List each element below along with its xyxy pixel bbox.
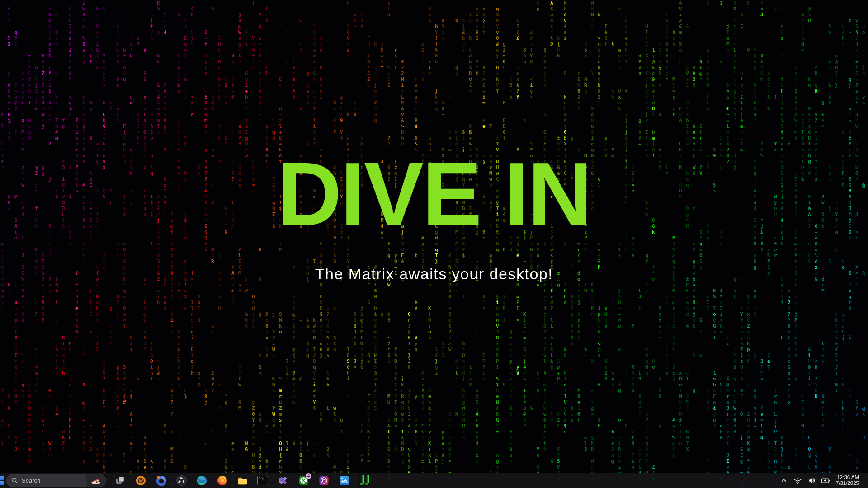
wifi-icon <box>793 476 802 485</box>
taskbar-app-matrix-wallpaper[interactable]: MATRIX <box>359 474 370 486</box>
taskbar-app-wallpaper-engine[interactable] <box>338 474 350 486</box>
terminal-prompt-text: C:\_ <box>259 477 265 480</box>
taskbar-app-blue-swirl[interactable] <box>155 474 167 486</box>
start-button-partial[interactable] <box>0 476 4 485</box>
taskbar-app-firefox[interactable] <box>216 474 228 486</box>
taskbar-left-section: Search <box>0 473 370 488</box>
battery-charging-icon <box>821 476 830 485</box>
file-explorer-icon <box>237 475 248 486</box>
desktop: { "wallpaper": { "title": "DIVE IN", "su… <box>0 0 868 488</box>
matrix-app-label: MATRIX <box>359 483 370 485</box>
wifi-button[interactable] <box>793 474 803 486</box>
voice-headset-app-icon <box>318 475 330 486</box>
notification-badge: 4 <box>306 473 311 479</box>
windows-logo-pane-icon <box>0 481 4 485</box>
search-icon <box>11 477 18 484</box>
taskbar-app-xbox[interactable]: 4 <box>297 474 309 486</box>
taskbar: Search <box>0 473 868 488</box>
system-tray: 12:36 AM 7/31/2025 <box>779 473 860 488</box>
microsoft-edge-icon <box>196 475 208 486</box>
volume-button[interactable] <box>807 474 817 486</box>
task-view-button[interactable] <box>114 474 126 486</box>
obs-studio-icon <box>176 475 187 486</box>
taskbar-app-obs-studio[interactable] <box>175 474 187 486</box>
clock-time: 12:36 AM <box>836 474 859 480</box>
windows-logo-pane-icon <box>0 476 4 480</box>
media-reel-player-icon <box>135 475 146 486</box>
matrix-wallpaper-icon: MATRIX <box>359 475 370 486</box>
taskbar-app-voice-headset[interactable] <box>318 474 330 486</box>
taskbar-app-media-reel[interactable] <box>135 474 146 486</box>
terminal-icon: C:\_ <box>257 476 268 485</box>
taskbar-app-visual-studio[interactable] <box>277 474 289 486</box>
matrix-rain-wallpaper <box>0 0 868 488</box>
search-placeholder: Search <box>22 477 86 484</box>
battery-button[interactable] <box>821 474 831 486</box>
taskbar-app-file-explorer[interactable] <box>236 474 248 486</box>
blue-swirl-app-icon <box>156 475 167 486</box>
cheesecake-icon <box>90 474 102 486</box>
matrix-rain-bars <box>360 475 369 483</box>
firefox-icon <box>217 475 228 486</box>
task-view-icon <box>115 475 126 486</box>
volume-icon <box>807 476 816 485</box>
search-box[interactable]: Search <box>6 474 106 487</box>
visual-studio-icon <box>278 475 289 486</box>
wallpaper-engine-icon <box>339 475 350 486</box>
hidden-icons-button[interactable] <box>779 474 789 486</box>
cheesecake-highlight-image[interactable] <box>86 474 105 487</box>
pinned-apps: C:\_ 4 <box>114 474 370 486</box>
taskbar-app-edge[interactable] <box>196 474 208 486</box>
chevron-up-icon <box>780 476 788 484</box>
taskbar-app-terminal[interactable]: C:\_ <box>257 474 269 486</box>
clock[interactable]: 12:36 AM 7/31/2025 <box>835 474 860 486</box>
clock-date: 7/31/2025 <box>836 480 859 486</box>
